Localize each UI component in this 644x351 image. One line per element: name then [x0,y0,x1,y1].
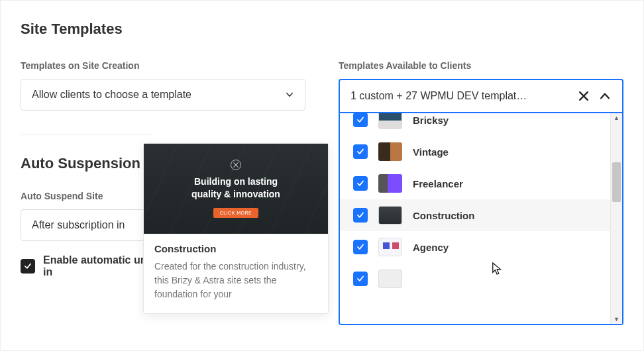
template-thumbnail [378,174,402,193]
template-option[interactable]: Vintage [340,136,610,168]
preview-hero-line1: Building on lasting [194,176,278,187]
scrollbar[interactable]: ▲ ▼ [610,113,622,324]
template-checkbox[interactable] [353,176,368,191]
template-option[interactable]: Agency [340,231,610,263]
templates-creation-select[interactable]: Allow clients to choose a template [21,79,305,111]
template-thumbnail [378,270,402,288]
template-thumbnail [378,113,402,129]
auto-suspend-value: After subscription in [32,219,125,231]
templates-available-select[interactable]: 1 custom + 27 WPMU DEV templat… [339,79,623,113]
template-checkbox[interactable] [353,113,368,127]
template-name: Bricksy [413,115,449,126]
templates-dropdown-panel: BricksyVintageFreelancerConstructionAgen… [339,113,623,325]
template-checkbox[interactable] [353,272,368,286]
scroll-thumb[interactable] [612,162,621,202]
template-name: Vintage [413,146,449,158]
templates-available-label: Templates Available to Clients [339,60,623,71]
preview-hero-button: CLICK MORE [213,208,259,218]
preview-description: Created for the construction industry, t… [154,260,317,301]
template-name: Freelancer [413,178,463,189]
auto-unsuspend-checkbox[interactable] [21,259,35,274]
template-thumbnail [378,238,402,256]
template-option[interactable]: Bricksy [340,113,610,136]
templates-creation-label: Templates on Site Creation [21,60,305,71]
scroll-down-icon[interactable]: ▼ [611,315,622,324]
auto-suspend-select[interactable]: After subscription in [21,209,153,241]
close-icon [231,160,241,170]
scroll-up-icon[interactable]: ▲ [611,113,622,123]
preview-title: Construction [154,243,317,254]
template-option[interactable]: Freelancer [340,168,610,199]
template-checkbox[interactable] [353,144,368,159]
cursor-icon [492,262,504,279]
templates-available-value: 1 custom + 27 WPMU DEV templat… [350,90,569,102]
template-name: Construction [413,210,474,221]
preview-hero-image: Building on lastingquality & innovation … [144,144,328,234]
templates-available-dropdown[interactable]: 1 custom + 27 WPMU DEV templat… BricksyV… [339,79,623,113]
template-preview-card: Building on lastingquality & innovation … [143,143,329,314]
template-name: Agency [413,242,449,253]
templates-creation-value: Allow clients to choose a template [32,89,191,101]
page-title: Site Templates [21,21,623,38]
divider [21,134,152,135]
chevron-up-icon[interactable] [598,89,612,103]
clear-icon[interactable] [577,89,590,103]
template-thumbnail [378,142,402,161]
template-checkbox[interactable] [353,208,368,223]
preview-hero-line2: quality & innovation [191,189,280,199]
chevron-down-icon [285,90,294,99]
template-thumbnail [378,206,402,225]
template-option[interactable] [340,263,610,295]
template-option[interactable]: Construction [340,199,610,231]
template-checkbox[interactable] [353,240,368,254]
